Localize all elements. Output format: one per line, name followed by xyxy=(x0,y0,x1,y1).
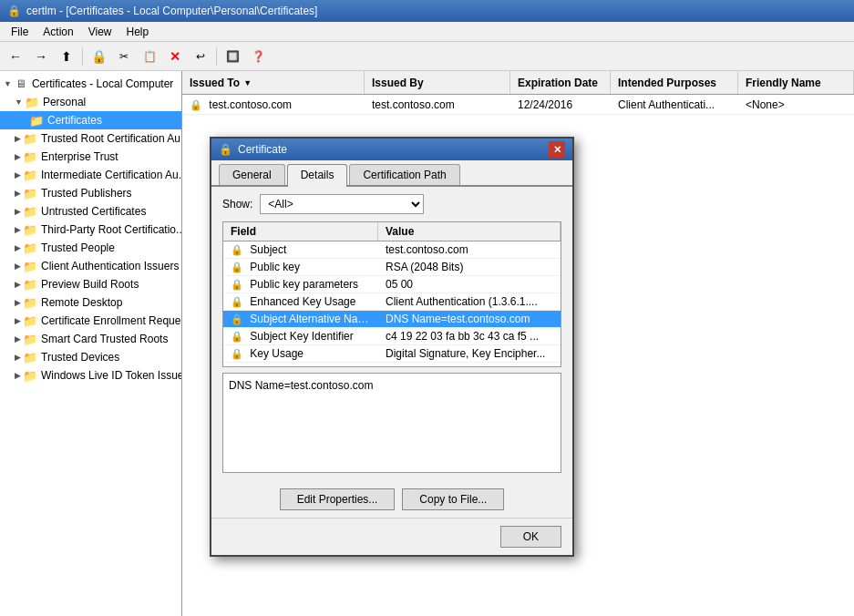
toolbar-back[interactable]: ← xyxy=(4,45,27,68)
menu-file[interactable]: File xyxy=(4,24,36,40)
list-row[interactable]: 🔒 test.contoso.com test.contoso.com 12/2… xyxy=(182,95,854,115)
toolbar-cut[interactable]: ✂ xyxy=(112,45,136,68)
edit-properties-button[interactable]: Edit Properties... xyxy=(280,488,396,510)
show-select[interactable]: <All> Version 1 Fields Only Extensions O… xyxy=(260,194,424,214)
detail-value-key-usage: Digital Signature, Key Encipher... xyxy=(378,345,561,362)
detail-value-eku: Client Authentication (1.3.6.1.... xyxy=(378,293,561,310)
chevron-icon: ▶ xyxy=(15,134,21,143)
detail-row-san[interactable]: 🔒 Subject Alternative Name DNS Name=test… xyxy=(223,311,561,328)
sidebar-item-windows-live[interactable]: ▶ 📁 Windows Live ID Token Issuer... xyxy=(0,366,181,385)
detail-row-key-usage[interactable]: 🔒 Key Usage Digital Signature, Key Encip… xyxy=(223,345,561,363)
dialog-close-button[interactable]: ✕ xyxy=(549,141,565,158)
col-header-friendly[interactable]: Friendly Name xyxy=(738,71,854,94)
chevron-icon: ▶ xyxy=(15,170,21,180)
tab-details[interactable]: Details xyxy=(287,164,348,187)
sidebar-item-intermediate[interactable]: ▶ 📁 Intermediate Certification Au... xyxy=(0,166,181,184)
detail-field-eku: 🔒 Enhanced Key Usage xyxy=(223,293,378,310)
chevron-icon: ▶ xyxy=(15,262,21,271)
toolbar-undo[interactable]: ↩ xyxy=(189,45,212,68)
detail-row-thumbprint-alg[interactable]: 🔒 Thumbprint algorithm sha1 xyxy=(223,363,561,367)
sidebar-item-smart-card[interactable]: ▶ 📁 Smart Card Trusted Roots xyxy=(0,330,181,348)
tab-certification-path[interactable]: Certification Path xyxy=(349,164,459,185)
col-header-issued-by[interactable]: Issued By xyxy=(365,71,510,94)
col-header-issued-to[interactable]: Issued To ▼ xyxy=(182,71,365,94)
sidebar: ▼ 🖥 Certificates - Local Computer ▼ 📁 Pe… xyxy=(0,71,182,616)
chevron-icon: ▶ xyxy=(15,334,21,344)
folder-icon: 📁 xyxy=(23,350,37,364)
detail-value-thumbprint-alg: sha1 xyxy=(378,363,561,367)
toolbar-forward[interactable]: → xyxy=(29,45,53,68)
sidebar-label-enrollment: Certificate Enrollment Reque... xyxy=(41,314,181,327)
toolbar-lock[interactable]: 🔒 xyxy=(87,45,110,68)
sidebar-item-client-auth[interactable]: ▶ 📁 Client Authentication Issuers xyxy=(0,257,181,275)
chevron-icon: ▶ xyxy=(15,152,21,161)
col-value-header: Value xyxy=(378,222,561,241)
toolbar-sep-2 xyxy=(216,47,217,66)
sidebar-item-enterprise[interactable]: ▶ 📁 Enterprise Trust xyxy=(0,148,181,166)
copy-to-file-button[interactable]: Copy to File... xyxy=(402,488,504,510)
sidebar-label-remote-desktop: Remote Desktop xyxy=(41,296,122,309)
cell-issued-to: 🔒 test.contoso.com xyxy=(182,97,365,113)
sidebar-label-trusted-root: Trusted Root Certification Au... xyxy=(41,132,181,145)
sidebar-label-client-auth: Client Authentication Issuers xyxy=(41,260,179,272)
sidebar-item-trusted-root[interactable]: ▶ 📁 Trusted Root Certification Au... xyxy=(0,129,181,148)
col-header-intended[interactable]: Intended Purposes xyxy=(611,71,738,94)
detail-row-subject[interactable]: 🔒 Subject test.contoso.com xyxy=(223,241,561,259)
details-table-header: Field Value xyxy=(223,222,561,241)
button-row: Edit Properties... Copy to File... xyxy=(211,481,572,518)
dialog-title-text: Certificate xyxy=(238,143,287,156)
ok-button[interactable]: OK xyxy=(500,526,561,548)
folder-icon: 📁 xyxy=(23,222,37,237)
folder-icon: 📁 xyxy=(23,332,37,346)
toolbar: ← → ⬆ 🔒 ✂ 📋 ✕ ↩ 🔲 ❓ xyxy=(0,42,854,71)
col-header-exp-date[interactable]: Expiration Date xyxy=(510,71,611,94)
sidebar-label-trusted-people: Trusted People xyxy=(41,241,115,254)
sidebar-label-trusted-publishers: Trusted Publishers xyxy=(41,187,132,200)
detail-field-key-usage: 🔒 Key Usage xyxy=(223,345,378,362)
folder-icon: 📁 xyxy=(23,149,37,164)
show-row: Show: <All> Version 1 Fields Only Extens… xyxy=(211,187,572,221)
list-header: Issued To ▼ Issued By Expiration Date In… xyxy=(182,71,854,95)
sidebar-item-personal[interactable]: ▼ 📁 Personal xyxy=(0,93,181,111)
toolbar-copy[interactable]: 📋 xyxy=(138,45,161,68)
sidebar-item-untrusted[interactable]: ▶ 📁 Untrusted Certificates xyxy=(0,202,181,221)
tab-general[interactable]: General xyxy=(219,164,285,185)
sidebar-item-certificates[interactable]: 📁 Certificates xyxy=(0,111,181,129)
sidebar-item-preview-build[interactable]: ▶ 📁 Preview Build Roots xyxy=(0,275,181,293)
toolbar-help[interactable]: ❓ xyxy=(246,45,270,68)
folder-icon: 📁 xyxy=(23,368,37,383)
toolbar-delete[interactable]: ✕ xyxy=(163,45,187,68)
toolbar-up[interactable]: ⬆ xyxy=(55,45,78,68)
sidebar-label-personal: Personal xyxy=(43,96,86,108)
sidebar-item-trusted-people[interactable]: ▶ 📁 Trusted People xyxy=(0,239,181,257)
detail-field-ski: 🔒 Subject Key Identifier xyxy=(223,328,378,344)
detail-field-subject: 🔒 Subject xyxy=(223,241,378,258)
detail-row-pubkey-params[interactable]: 🔒 Public key parameters 05 00 xyxy=(223,276,561,293)
menu-view[interactable]: View xyxy=(81,24,119,40)
value-display[interactable]: DNS Name=test.contoso.com xyxy=(222,373,561,473)
detail-value-subject: test.contoso.com xyxy=(378,241,561,258)
sidebar-item-trusted-devices[interactable]: ▶ 📁 Trusted Devices xyxy=(0,348,181,366)
sidebar-label-windows-live: Windows Live ID Token Issuer... xyxy=(41,369,181,382)
dialog-title-bar: 🔒 Certificate ✕ xyxy=(211,139,572,160)
detail-row-ski[interactable]: 🔒 Subject Key Identifier c4 19 22 03 fa … xyxy=(223,328,561,345)
detail-field-pubkey: 🔒 Public key xyxy=(223,259,378,275)
detail-row-eku[interactable]: 🔒 Enhanced Key Usage Client Authenticati… xyxy=(223,293,561,311)
chevron-icon: ▶ xyxy=(15,353,21,362)
menu-help[interactable]: Help xyxy=(119,24,157,40)
chevron-icon: ▶ xyxy=(15,207,21,216)
sidebar-item-trusted-publishers[interactable]: ▶ 📁 Trusted Publishers xyxy=(0,184,181,202)
detail-field-pubkey-params: 🔒 Public key parameters xyxy=(223,276,378,293)
sidebar-item-enrollment[interactable]: ▶ 📁 Certificate Enrollment Reque... xyxy=(0,312,181,330)
sidebar-item-third-party[interactable]: ▶ 📁 Third-Party Root Certificatio... xyxy=(0,221,181,239)
chevron-down-icon: ▼ xyxy=(4,79,12,88)
toolbar-properties[interactable]: 🔲 xyxy=(221,45,244,68)
title-bar: 🔒 certlm - [Certificates - Local Compute… xyxy=(0,0,854,22)
detail-row-pubkey[interactable]: 🔒 Public key RSA (2048 Bits) xyxy=(223,259,561,276)
col-field-header: Field xyxy=(223,222,378,241)
sidebar-item-computer[interactable]: ▼ 🖥 Certificates - Local Computer xyxy=(0,75,181,93)
folder-icon: 📁 xyxy=(23,259,37,273)
menu-action[interactable]: Action xyxy=(36,24,80,40)
sidebar-item-remote-desktop[interactable]: ▶ 📁 Remote Desktop xyxy=(0,293,181,312)
folder-icon: 📁 xyxy=(23,186,37,200)
